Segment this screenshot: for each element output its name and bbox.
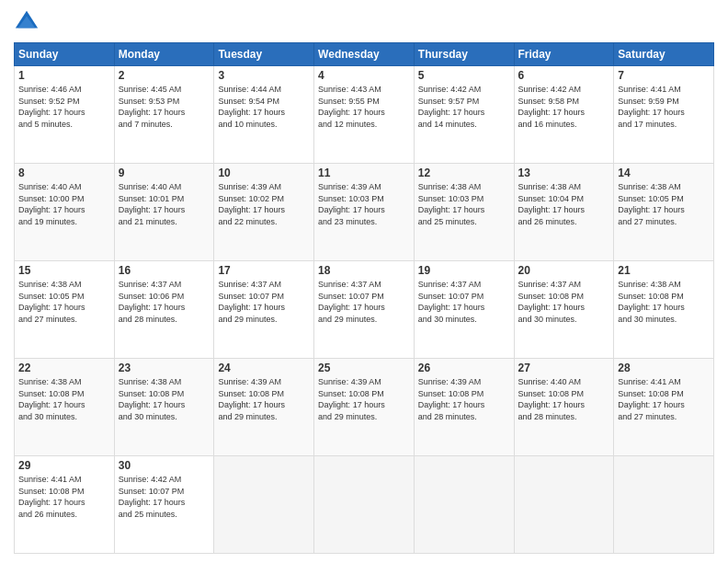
day-cell: 9 Sunrise: 4:40 AM Sunset: 10:01 PM Dayl… <box>114 164 214 261</box>
day-number: 24 <box>218 362 310 374</box>
day-cell: 10 Sunrise: 4:39 AM Sunset: 10:02 PM Day… <box>214 164 314 261</box>
day-number: 26 <box>418 362 510 374</box>
day-info: Sunrise: 4:38 AM Sunset: 10:04 PM Daylig… <box>518 181 610 227</box>
week-row-2: 8 Sunrise: 4:40 AM Sunset: 10:00 PM Dayl… <box>15 164 714 261</box>
day-number: 17 <box>218 264 310 277</box>
day-info: Sunrise: 4:37 AM Sunset: 10:07 PM Daylig… <box>218 279 310 325</box>
logo-icon <box>14 9 40 35</box>
day-cell: 16 Sunrise: 4:37 AM Sunset: 10:06 PM Day… <box>114 261 214 359</box>
day-cell: 17 Sunrise: 4:37 AM Sunset: 10:07 PM Day… <box>214 261 314 359</box>
day-number: 21 <box>618 264 710 277</box>
day-cell: 25 Sunrise: 4:39 AM Sunset: 10:08 PM Day… <box>314 359 415 456</box>
col-header-monday: Monday <box>114 43 214 66</box>
day-number: 30 <box>119 459 210 472</box>
day-cell: 5 Sunrise: 4:42 AM Sunset: 9:57 PM Dayli… <box>414 66 514 164</box>
day-number: 5 <box>418 69 510 82</box>
day-cell: 29 Sunrise: 4:41 AM Sunset: 10:08 PM Day… <box>15 456 115 554</box>
day-number: 22 <box>18 362 110 374</box>
day-info: Sunrise: 4:37 AM Sunset: 10:07 PM Daylig… <box>318 279 410 325</box>
day-cell: 11 Sunrise: 4:39 AM Sunset: 10:03 PM Day… <box>314 164 415 261</box>
day-cell <box>514 456 614 554</box>
day-number: 1 <box>18 69 110 82</box>
day-cell: 30 Sunrise: 4:42 AM Sunset: 10:07 PM Day… <box>114 456 214 554</box>
logo <box>14 9 43 35</box>
day-info: Sunrise: 4:45 AM Sunset: 9:53 PM Dayligh… <box>119 84 210 130</box>
day-info: Sunrise: 4:38 AM Sunset: 10:03 PM Daylig… <box>418 181 510 227</box>
day-cell: 21 Sunrise: 4:38 AM Sunset: 10:08 PM Day… <box>614 261 714 359</box>
day-number: 20 <box>518 264 610 277</box>
day-cell: 15 Sunrise: 4:38 AM Sunset: 10:05 PM Day… <box>15 261 115 359</box>
col-header-friday: Friday <box>514 43 614 66</box>
day-cell: 18 Sunrise: 4:37 AM Sunset: 10:07 PM Day… <box>314 261 415 359</box>
day-cell: 23 Sunrise: 4:38 AM Sunset: 10:08 PM Day… <box>114 359 214 456</box>
week-row-4: 22 Sunrise: 4:38 AM Sunset: 10:08 PM Day… <box>15 359 714 456</box>
day-info: Sunrise: 4:39 AM Sunset: 10:08 PM Daylig… <box>418 376 510 422</box>
day-cell <box>414 456 514 554</box>
day-cell: 4 Sunrise: 4:43 AM Sunset: 9:55 PM Dayli… <box>314 66 415 164</box>
day-info: Sunrise: 4:38 AM Sunset: 10:08 PM Daylig… <box>18 376 110 422</box>
day-cell: 14 Sunrise: 4:38 AM Sunset: 10:05 PM Day… <box>614 164 714 261</box>
col-header-tuesday: Tuesday <box>214 43 314 66</box>
day-cell: 13 Sunrise: 4:38 AM Sunset: 10:04 PM Day… <box>514 164 614 261</box>
week-row-5: 29 Sunrise: 4:41 AM Sunset: 10:08 PM Day… <box>15 456 714 554</box>
day-number: 9 <box>119 167 210 179</box>
col-header-wednesday: Wednesday <box>314 43 415 66</box>
week-row-3: 15 Sunrise: 4:38 AM Sunset: 10:05 PM Day… <box>15 261 714 359</box>
calendar-table: SundayMondayTuesdayWednesdayThursdayFrid… <box>14 42 714 554</box>
day-info: Sunrise: 4:39 AM Sunset: 10:08 PM Daylig… <box>318 376 410 422</box>
day-number: 19 <box>418 264 510 277</box>
day-number: 14 <box>618 167 710 179</box>
day-info: Sunrise: 4:41 AM Sunset: 9:59 PM Dayligh… <box>618 84 710 130</box>
day-number: 27 <box>518 362 610 374</box>
day-info: Sunrise: 4:37 AM Sunset: 10:06 PM Daylig… <box>119 279 210 325</box>
day-number: 2 <box>119 69 210 82</box>
day-number: 28 <box>618 362 710 374</box>
day-info: Sunrise: 4:37 AM Sunset: 10:08 PM Daylig… <box>518 279 610 325</box>
day-number: 7 <box>618 69 710 82</box>
day-info: Sunrise: 4:40 AM Sunset: 10:01 PM Daylig… <box>119 181 210 227</box>
day-cell: 7 Sunrise: 4:41 AM Sunset: 9:59 PM Dayli… <box>614 66 714 164</box>
day-cell: 6 Sunrise: 4:42 AM Sunset: 9:58 PM Dayli… <box>514 66 614 164</box>
day-cell: 27 Sunrise: 4:40 AM Sunset: 10:08 PM Day… <box>514 359 614 456</box>
day-info: Sunrise: 4:39 AM Sunset: 10:08 PM Daylig… <box>218 376 310 422</box>
day-number: 6 <box>518 69 610 82</box>
day-cell: 20 Sunrise: 4:37 AM Sunset: 10:08 PM Day… <box>514 261 614 359</box>
day-info: Sunrise: 4:39 AM Sunset: 10:02 PM Daylig… <box>218 181 310 227</box>
day-info: Sunrise: 4:42 AM Sunset: 10:07 PM Daylig… <box>119 474 210 520</box>
day-cell: 24 Sunrise: 4:39 AM Sunset: 10:08 PM Day… <box>214 359 314 456</box>
day-number: 3 <box>218 69 310 82</box>
day-number: 23 <box>119 362 210 374</box>
day-cell: 22 Sunrise: 4:38 AM Sunset: 10:08 PM Day… <box>15 359 115 456</box>
day-cell <box>314 456 415 554</box>
day-cell <box>214 456 314 554</box>
day-number: 16 <box>119 264 210 277</box>
day-info: Sunrise: 4:43 AM Sunset: 9:55 PM Dayligh… <box>318 84 410 130</box>
day-info: Sunrise: 4:37 AM Sunset: 10:07 PM Daylig… <box>418 279 510 325</box>
page: SundayMondayTuesdayWednesdayThursdayFrid… <box>0 0 728 563</box>
day-number: 4 <box>318 69 410 82</box>
day-number: 12 <box>418 167 510 179</box>
day-cell: 3 Sunrise: 4:44 AM Sunset: 9:54 PM Dayli… <box>214 66 314 164</box>
day-info: Sunrise: 4:46 AM Sunset: 9:52 PM Dayligh… <box>18 84 110 130</box>
day-cell: 19 Sunrise: 4:37 AM Sunset: 10:07 PM Day… <box>414 261 514 359</box>
day-cell: 1 Sunrise: 4:46 AM Sunset: 9:52 PM Dayli… <box>15 66 115 164</box>
day-info: Sunrise: 4:41 AM Sunset: 10:08 PM Daylig… <box>18 474 110 520</box>
day-number: 29 <box>18 459 110 472</box>
week-row-1: 1 Sunrise: 4:46 AM Sunset: 9:52 PM Dayli… <box>15 66 714 164</box>
day-info: Sunrise: 4:39 AM Sunset: 10:03 PM Daylig… <box>318 181 410 227</box>
day-number: 8 <box>18 167 110 179</box>
day-info: Sunrise: 4:38 AM Sunset: 10:05 PM Daylig… <box>618 181 710 227</box>
day-cell: 12 Sunrise: 4:38 AM Sunset: 10:03 PM Day… <box>414 164 514 261</box>
day-number: 25 <box>318 362 410 374</box>
col-header-sunday: Sunday <box>15 43 115 66</box>
header <box>14 9 714 35</box>
day-cell <box>614 456 714 554</box>
day-cell: 8 Sunrise: 4:40 AM Sunset: 10:00 PM Dayl… <box>15 164 115 261</box>
day-info: Sunrise: 4:40 AM Sunset: 10:00 PM Daylig… <box>18 181 110 227</box>
day-number: 15 <box>18 264 110 277</box>
col-header-saturday: Saturday <box>614 43 714 66</box>
day-info: Sunrise: 4:42 AM Sunset: 9:57 PM Dayligh… <box>418 84 510 130</box>
day-number: 10 <box>218 167 310 179</box>
day-number: 18 <box>318 264 410 277</box>
day-number: 13 <box>518 167 610 179</box>
